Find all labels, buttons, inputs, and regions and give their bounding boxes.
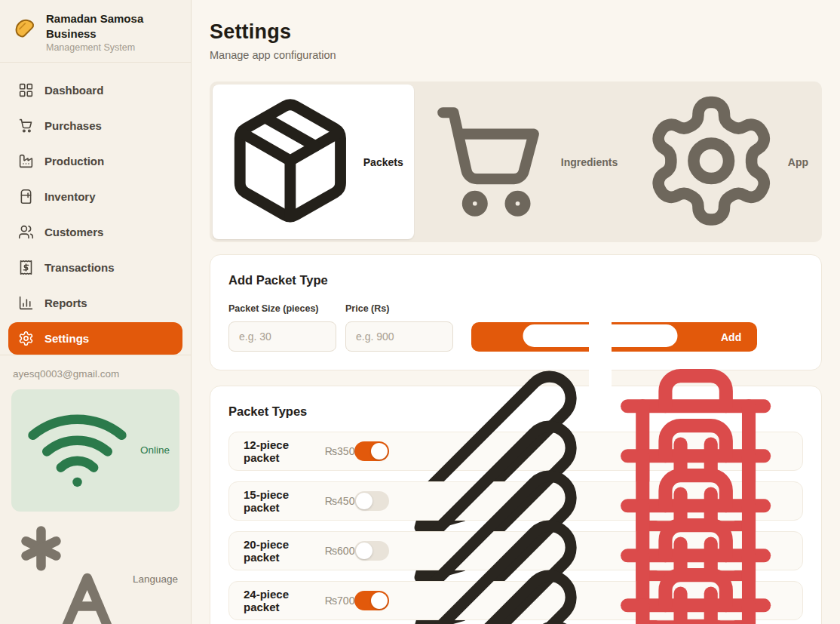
production-icon [18,153,34,169]
enable-toggle[interactable] [354,591,389,610]
online-status-label: Online [140,444,170,456]
packet-size-field: Packet Size (pieces) [228,303,336,352]
customers-icon [18,224,34,240]
sidebar-item[interactable]: Inventory [8,180,182,213]
app-root: Ramadan Samosa Business Management Syste… [0,0,840,624]
settings-tab[interactable]: Ingredients [416,85,629,239]
toggle-knob [371,592,388,609]
sidebar-item[interactable]: Settings [8,322,182,355]
sidebar-item-label: Dashboard [44,84,103,97]
packet-price-input[interactable] [345,321,453,352]
add-packet-form: Packet Size (pieces) Price (Rs) Add [228,303,803,352]
language-icon [13,521,126,624]
dashboard-icon [18,82,34,98]
packet-name: 24-piece packet [244,588,314,613]
user-email: ayesq0003@gmail.com [13,368,178,380]
enable-toggle[interactable] [354,491,389,511]
packet-price: ₨700 [325,595,355,607]
sidebar-item[interactable]: Customers [8,216,182,248]
packets-icon [223,94,357,230]
sidebar-item[interactable]: Reports [8,287,182,319]
purchases-icon [18,118,34,134]
packet-price: ₨600 [325,545,355,557]
packet-types-list: 12-piece packet ₨350 15-piece packet ₨45… [228,432,803,624]
packet-types-card: Packet Types 12-piece packet ₨350 1 [210,386,822,624]
reports-icon [18,295,34,311]
packet-price: ₨450 [325,495,355,507]
edit-icon[interactable] [412,610,593,624]
packet-price-label: Price (Rs) [345,303,453,314]
brand: Ramadan Samosa Business Management Syste… [0,0,191,63]
add-button-label: Add [721,331,741,343]
transactions-icon [18,260,34,275]
toggle-knob [356,493,372,509]
main-content: Settings Manage app configuration Packet… [192,0,840,624]
packet-row-actions [363,610,789,624]
language-label: Language [133,573,178,585]
samosa-logo-icon [12,17,38,44]
settings-tab[interactable]: App [630,85,819,239]
delete-icon[interactable] [607,610,788,624]
sidebar-footer: ayesq0003@gmail.com Online Language Engl… [0,355,191,624]
sidebar: Ramadan Samosa Business Management Syste… [0,0,192,624]
packet-name: 12-piece packet [244,438,314,464]
ingredients-icon [427,97,555,227]
packet-size-label: Packet Size (pieces) [228,303,336,314]
sidebar-item[interactable]: Production [8,145,182,177]
sidebar-item[interactable]: Dashboard [8,74,182,106]
tab-label: Ingredients [561,156,618,168]
online-status-badge: Online [11,389,179,512]
add-packet-button[interactable]: Add [471,322,757,352]
sidebar-item[interactable]: Purchases [8,109,182,142]
sidebar-item-label: Reports [44,297,87,309]
sidebar-nav: Dashboard Purchases Production Inventory [0,63,191,355]
wifi-icon [21,393,133,508]
sidebar-item-label: Production [44,155,104,168]
sidebar-item-label: Purchases [44,119,102,132]
settings-tabbar: Packets Ingredients App [210,81,822,242]
add-packet-card: Add Packet Type Packet Size (pieces) Pri… [210,254,822,370]
app-icon [641,91,781,233]
app-title: Ramadan Samosa Business [46,11,159,41]
toggle-knob [371,443,388,460]
settings-icon [18,330,34,346]
packet-name: 15-piece packet [244,488,314,514]
app-subtitle: Management System [46,42,159,53]
sidebar-item[interactable]: Transactions [8,251,182,284]
tab-label: App [788,156,808,168]
packet-name: 20-piece packet [244,538,314,564]
packet-price-field: Price (Rs) [345,303,453,352]
language-label-row: Language [13,521,178,624]
toggle-knob [356,543,372,559]
page-subtitle: Manage app configuration [210,49,822,61]
page-title: Settings [210,20,822,44]
packet-size-input[interactable] [228,321,336,352]
sidebar-item-label: Transactions [44,261,115,274]
enable-toggle[interactable] [354,541,389,561]
inventory-icon [18,189,34,204]
sidebar-item-label: Settings [44,332,89,345]
enable-toggle[interactable] [354,441,389,461]
settings-tab[interactable]: Packets [213,85,414,239]
packet-price: ₨350 [325,445,355,457]
brand-text: Ramadan Samosa Business Management Syste… [46,11,159,53]
tab-label: Packets [363,156,403,168]
sidebar-item-label: Customers [44,226,103,238]
sidebar-item-label: Inventory [44,190,96,203]
